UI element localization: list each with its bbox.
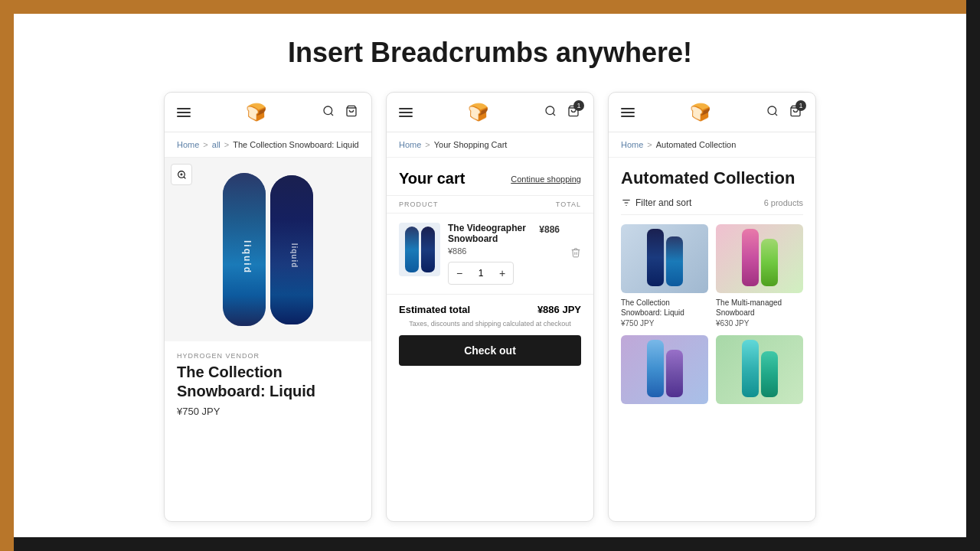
logo-center: 🍞 bbox=[468, 103, 488, 122]
card-nav-center: 🍞 1 bbox=[387, 93, 593, 132]
product-1-name: The Collection Snowboard: Liquid bbox=[621, 298, 708, 318]
search-button-right[interactable] bbox=[765, 103, 780, 122]
cart-badge-center: 1 bbox=[573, 100, 584, 111]
qty-controls: − + bbox=[448, 262, 514, 285]
boards-group-1 bbox=[644, 228, 686, 289]
right-bar bbox=[966, 0, 980, 551]
board-2: liquid bbox=[270, 175, 313, 324]
cart-item-name: The Videographer Snowboard bbox=[448, 223, 531, 244]
product-1-image bbox=[621, 224, 708, 293]
cart-badge-right: 1 bbox=[795, 100, 806, 111]
svg-point-9 bbox=[546, 106, 554, 115]
product-2-name: The Multi-managed Snowboard bbox=[716, 298, 803, 318]
estimated-total-row: Estimated total ¥886 JPY bbox=[399, 304, 581, 315]
product-2-image bbox=[716, 224, 803, 293]
svg-point-0 bbox=[324, 106, 332, 115]
hamburger-icon-right[interactable] bbox=[621, 108, 635, 117]
product-4-image bbox=[716, 335, 803, 404]
collection-card: 🍞 1 Home > Automated Collection Autom bbox=[608, 92, 816, 522]
qty-input[interactable] bbox=[470, 268, 492, 279]
collection-product-4[interactable] bbox=[716, 335, 803, 410]
nav-right-center: 1 bbox=[543, 103, 581, 122]
checkout-button[interactable]: Check out bbox=[399, 335, 581, 366]
collection-product-1[interactable]: The Collection Snowboard: Liquid ¥750 JP… bbox=[621, 224, 708, 328]
cart-item: The Videographer Snowboard ¥886 − + ¥886 bbox=[387, 214, 593, 295]
collection-content: Automated Collection Filter and sort 6 p… bbox=[609, 158, 815, 521]
collection-product-3[interactable] bbox=[621, 335, 708, 410]
product-1-price: ¥750 JPY bbox=[621, 319, 708, 328]
breadcrumb-home-left[interactable]: Home bbox=[177, 140, 199, 149]
nav-right-right: 1 bbox=[765, 103, 803, 122]
filter-sort-label: Filter and sort bbox=[635, 197, 691, 208]
bottom-bar bbox=[0, 537, 980, 551]
estimated-total-value: ¥886 JPY bbox=[537, 304, 581, 315]
cart-header: Your cart Continue shopping bbox=[387, 158, 593, 195]
cart-card: 🍞 1 Home > Your Shopping Cart Your ca bbox=[386, 92, 594, 522]
qty-increase-button[interactable]: + bbox=[492, 262, 513, 284]
board-1: liquid bbox=[223, 173, 266, 326]
delete-item-button[interactable] bbox=[570, 247, 581, 260]
cart-button-center[interactable]: 1 bbox=[566, 103, 581, 122]
breadcrumb-all-left[interactable]: all bbox=[212, 140, 220, 149]
card-nav-left: 🍞 bbox=[165, 93, 371, 132]
breadcrumb-center: Home > Your Shopping Cart bbox=[387, 132, 593, 158]
logo-right: 🍞 bbox=[690, 103, 710, 122]
products-count: 6 products bbox=[764, 198, 803, 207]
boards-group-2 bbox=[739, 228, 781, 289]
cart-footer: Estimated total ¥886 JPY Taxes, discount… bbox=[387, 295, 593, 375]
collection-product-2[interactable]: The Multi-managed Snowboard ¥630 JPY bbox=[716, 224, 803, 328]
card-nav-right: 🍞 1 bbox=[609, 93, 815, 132]
continue-shopping-button[interactable]: Continue shopping bbox=[511, 174, 581, 184]
search-button-left[interactable] bbox=[321, 103, 336, 122]
product-col-header: PRODUCT bbox=[399, 201, 439, 208]
product-title: The Collection Snowboard: Liquid bbox=[177, 363, 359, 401]
breadcrumb-current-right: Automated Collection bbox=[656, 140, 737, 149]
hamburger-icon[interactable] bbox=[177, 108, 191, 117]
boards-group-4 bbox=[739, 339, 781, 400]
product-grid: The Collection Snowboard: Liquid ¥750 JP… bbox=[621, 224, 803, 410]
qty-decrease-button[interactable]: − bbox=[449, 262, 470, 284]
breadcrumb-home-right[interactable]: Home bbox=[621, 140, 643, 149]
product-3-image bbox=[621, 335, 708, 404]
total-col-header: TOTAL bbox=[556, 201, 581, 208]
cart-item-total: ¥886 bbox=[539, 224, 560, 235]
nav-right-left bbox=[321, 103, 359, 122]
breadcrumb-right: Home > Automated Collection bbox=[609, 132, 815, 158]
filter-bar: Filter and sort 6 products bbox=[621, 197, 803, 215]
estimated-total-label: Estimated total bbox=[399, 304, 470, 315]
breadcrumb-home-center[interactable]: Home bbox=[399, 140, 421, 149]
top-bar bbox=[0, 0, 980, 14]
svg-text:liquid: liquid bbox=[242, 240, 253, 274]
cart-item-image bbox=[399, 223, 440, 276]
product-price: ¥750 JPY bbox=[177, 406, 359, 417]
product-boards: liquid bbox=[223, 169, 313, 330]
hamburger-icon-center[interactable] bbox=[399, 108, 413, 117]
cart-item-price: ¥886 bbox=[448, 246, 531, 256]
search-button-center[interactable] bbox=[543, 103, 558, 122]
product-image-container: liquid bbox=[165, 158, 371, 341]
filter-sort-button[interactable]: Filter and sort bbox=[621, 197, 691, 208]
breadcrumb-current-left: The Collection Snowboard: Liquid bbox=[233, 140, 359, 149]
product-detail-card: 🍞 Home > all > The Collection Snowboard:… bbox=[164, 92, 372, 522]
tax-note: Taxes, discounts and shipping calculated… bbox=[399, 320, 581, 328]
cart-button-right[interactable]: 1 bbox=[788, 103, 803, 122]
breadcrumb-left: Home > all > The Collection Snowboard: L… bbox=[165, 132, 371, 158]
product-info: HYDROGEN VENDOR The Collection Snowboard… bbox=[165, 341, 371, 428]
cart-title: Your cart bbox=[399, 170, 465, 187]
vendor-label: HYDROGEN VENDOR bbox=[177, 352, 359, 360]
cart-table-header: PRODUCT TOTAL bbox=[387, 195, 593, 214]
svg-text:liquid: liquid bbox=[290, 243, 299, 268]
main-content: Insert Breadcrumbs anywhere! 🍞 bbox=[14, 14, 966, 537]
zoom-button[interactable] bbox=[171, 164, 192, 185]
page-title: Insert Breadcrumbs anywhere! bbox=[288, 37, 692, 69]
breadcrumb-current-center: Your Shopping Cart bbox=[434, 140, 508, 149]
cart-button-left[interactable] bbox=[344, 103, 359, 122]
cart-board-1 bbox=[405, 227, 419, 272]
left-bar bbox=[0, 0, 14, 551]
collection-title: Automated Collection bbox=[621, 168, 803, 188]
boards-group-3 bbox=[644, 339, 686, 400]
cart-board-2 bbox=[421, 227, 435, 272]
logo-left: 🍞 bbox=[246, 103, 266, 122]
cards-container: 🍞 Home > all > The Collection Snowboard:… bbox=[31, 92, 949, 522]
product-2-price: ¥630 JPY bbox=[716, 319, 803, 328]
